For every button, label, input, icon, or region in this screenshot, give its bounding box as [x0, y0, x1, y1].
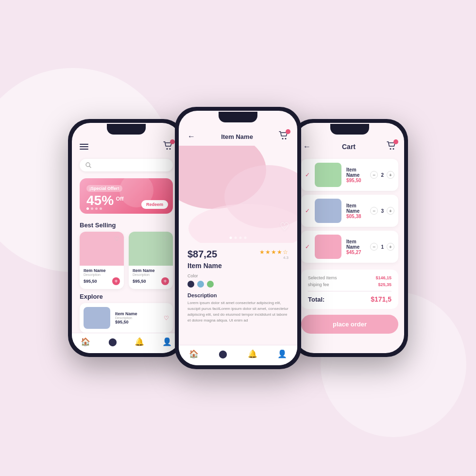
notch-left: [107, 124, 146, 135]
home-screen: ¡Special Offer! 45% Off Redeem Best Sell…: [72, 123, 181, 353]
qty-plus-2[interactable]: +: [387, 207, 394, 215]
cart-thumb-2: [315, 199, 341, 223]
product-card-2[interactable]: ♡ Item Name Description $95,50 +: [129, 232, 173, 289]
check-2: ✓: [305, 207, 310, 214]
qty-minus-2[interactable]: −: [370, 207, 378, 215]
product-info-1: Item Name Description $95,50 +: [80, 266, 124, 289]
place-order-button[interactable]: place order: [301, 315, 398, 334]
product-info-2: Item Name Description $95,50 +: [129, 266, 173, 289]
product-price-row-1: $95,50 +: [84, 277, 120, 285]
back-btn-right[interactable]: ←: [303, 142, 311, 151]
search-icon: [85, 162, 91, 168]
cart-item-name-1: Item Name: [346, 167, 365, 178]
nav-home-center[interactable]: 🏠: [189, 349, 199, 358]
qty-plus-3[interactable]: +: [387, 243, 394, 251]
back-btn-center[interactable]: ←: [187, 132, 195, 141]
cart-icon-center[interactable]: [279, 131, 289, 142]
product-card-1[interactable]: ♡ Item Name Description $95,50 +: [80, 232, 124, 289]
phones-wrapper: ¡Special Offer! 45% Off Redeem Best Sell…: [68, 107, 408, 369]
add-btn-1[interactable]: +: [112, 277, 120, 285]
nav-profile-center[interactable]: 👤: [277, 349, 287, 358]
cart-summary: Selected Items $146,15 shiping fee $25,3…: [301, 270, 398, 309]
nav-bell-center[interactable]: 🔔: [248, 349, 257, 358]
cart-title: Cart: [342, 143, 356, 151]
products-row: ♡ Item Name Description $95,50 +: [80, 232, 173, 289]
explore-heart-1[interactable]: ♡: [164, 315, 169, 322]
dot-3: [95, 207, 98, 210]
summary-row-shipping: shiping fee $25,35: [308, 282, 391, 287]
hero-dot-4: [244, 237, 247, 239]
summary-row-items: Selected Items $146,15: [308, 275, 391, 280]
hero-dot-1: [230, 237, 232, 239]
total-label: Total:: [308, 296, 324, 303]
cart-screen: ← Cart ✓: [295, 123, 404, 353]
swatch-blue[interactable]: [197, 281, 204, 288]
add-btn-2[interactable]: +: [161, 277, 169, 285]
shipping-value: $25,35: [378, 282, 391, 287]
notch-center: [219, 112, 257, 122]
cart-item-3[interactable]: ✓ Item Name $45,27 − 1 +: [301, 231, 398, 263]
cart-item-2[interactable]: ✓ Item Name $05,38 − 3 +: [301, 195, 398, 227]
explore-desc-1: Description: [115, 316, 159, 320]
cart-badge-right: [393, 139, 398, 144]
detail-screen: ← Item Name ♡: [179, 111, 297, 365]
qty-num-3: 1: [381, 244, 384, 250]
cart-badge-center: [286, 129, 290, 134]
redeem-button[interactable]: Redeem: [141, 200, 168, 209]
shipping-label: shiping fee: [308, 282, 329, 287]
check-1: ✓: [305, 171, 310, 178]
screen-left: ¡Special Offer! 45% Off Redeem Best Sell…: [72, 123, 181, 353]
swatch-green[interactable]: [207, 281, 214, 288]
qty-plus-1[interactable]: +: [387, 171, 394, 179]
qty-minus-3[interactable]: −: [370, 243, 378, 251]
product-desc-1: Description: [84, 273, 120, 276]
hamburger-menu[interactable]: [80, 144, 88, 150]
hero-dot-2: [235, 237, 237, 239]
explore-name-1: Item Name: [115, 311, 159, 316]
hero-heart[interactable]: ♡: [280, 221, 289, 233]
rating-wrap: ★★★★☆ 4.3: [259, 249, 289, 260]
detail-title: Item Name: [221, 133, 253, 140]
bottom-nav-left: 🏠 ⬤ 🔔 👤: [72, 333, 181, 353]
offer-banner: ¡Special Offer! 45% Off Redeem: [80, 178, 173, 214]
explore-title: Explore: [80, 293, 173, 300]
search-bar[interactable]: [80, 159, 173, 171]
qty-minus-1[interactable]: −: [370, 171, 378, 179]
cart-icon-left[interactable]: [163, 141, 173, 152]
stars: ★★★★☆: [259, 249, 289, 255]
dot-1: [86, 207, 89, 210]
explore-thumb-1: [84, 307, 110, 329]
item-name-detail: Item Name: [187, 262, 289, 270]
cart-item-1[interactable]: ✓ Item Name $95,50 − 2 +: [301, 159, 398, 191]
product-price-1: $95,50: [84, 279, 97, 284]
swatch-dark[interactable]: [187, 281, 194, 288]
nav-category-center[interactable]: ⬤: [219, 349, 227, 358]
color-label: Color: [187, 273, 289, 278]
selected-value: $146,15: [375, 275, 391, 280]
total-value: $171,5: [371, 295, 391, 303]
cart-qty-3: − 1 +: [370, 243, 394, 251]
offer-dots: [86, 207, 102, 210]
product-desc-2: Description: [133, 273, 169, 276]
bottom-nav-center: 🏠 ⬤ 🔔 👤: [179, 345, 297, 365]
cart-item-name-2: Item Name: [346, 203, 365, 214]
screen-right: ← Cart ✓: [295, 123, 404, 353]
color-swatches: [187, 281, 289, 288]
explore-item-1[interactable]: Item Name Description $95,50 ♡: [80, 303, 173, 333]
qty-num-1: 2: [381, 172, 384, 178]
selected-label: Selected Items: [308, 275, 337, 280]
product-hero: ♡: [179, 146, 297, 243]
heart-btn-1[interactable]: ♡: [112, 235, 121, 243]
nav-bell-left[interactable]: 🔔: [135, 337, 144, 346]
explore-info-1: Item Name Description $95,50: [115, 311, 159, 324]
nav-home-left[interactable]: 🏠: [81, 337, 90, 346]
product-price-row-2: $95,50 +: [133, 277, 169, 285]
cart-icon-right[interactable]: [387, 141, 396, 152]
heart-btn-2[interactable]: ♡: [161, 235, 170, 243]
nav-profile-left[interactable]: 👤: [162, 337, 172, 346]
cart-item-info-3: Item Name $45,27: [346, 239, 365, 255]
total-row: Total: $171,5: [308, 295, 391, 303]
svg-point-5: [285, 138, 287, 139]
price-rating-row: $87,25 ★★★★☆ 4.3: [187, 249, 289, 260]
nav-category-left[interactable]: ⬤: [108, 337, 117, 346]
